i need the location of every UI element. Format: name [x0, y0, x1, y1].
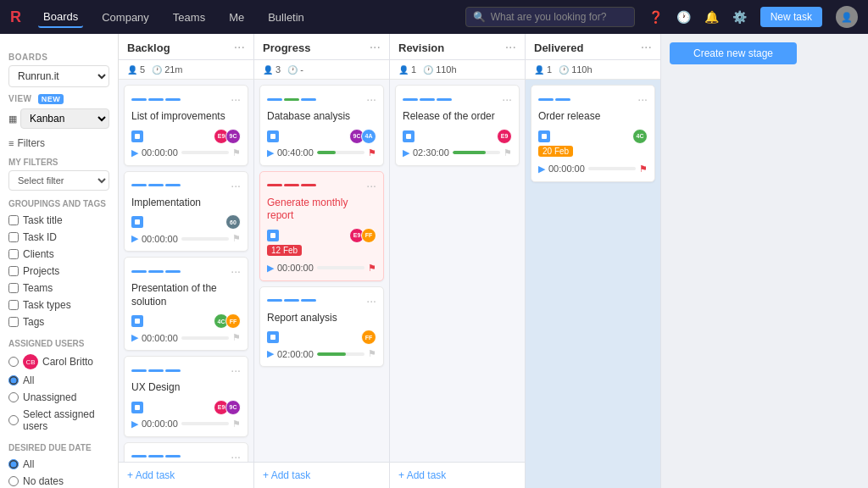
col-menu-delivered[interactable]: ···: [641, 41, 652, 54]
column-backlog: Backlog··· 👤5 🕐21m ··· List of improveme…: [119, 34, 254, 488]
card-menu[interactable]: ···: [231, 450, 241, 462]
card-timer-row: ▶ 00:40:00 ⚑: [267, 147, 376, 158]
play-button[interactable]: ▶: [267, 147, 274, 158]
card-c3[interactable]: ··· Presentation of the solution 4CFF ▶ …: [124, 257, 248, 351]
checkbox-tags[interactable]: Tags: [8, 313, 109, 330]
add-task-button-revision[interactable]: + Add task: [398, 469, 516, 481]
card-menu[interactable]: ···: [366, 294, 376, 308]
boards-label: BOARDS: [8, 53, 109, 62]
nav-me[interactable]: Me: [224, 8, 249, 27]
filter-select[interactable]: Select filter: [8, 170, 109, 191]
checkbox-task-id[interactable]: Task ID: [8, 229, 109, 246]
checkbox-task-title[interactable]: Task title: [8, 212, 109, 229]
play-button[interactable]: ▶: [131, 233, 138, 244]
svg-rect-1: [135, 219, 140, 225]
play-button[interactable]: ▶: [131, 147, 138, 158]
col-footer-revision: + Add task: [390, 462, 525, 488]
avatar: 60: [225, 214, 241, 230]
card-meta-row: 4C: [538, 129, 648, 144]
main-layout: BOARDS Runrun.it VIEW NEW ▦ Kanban ≡ Fil…: [0, 34, 868, 488]
clock-icon: 🕐: [559, 65, 569, 75]
board-area: Backlog··· 👤5 🕐21m ··· List of improveme…: [119, 34, 868, 488]
boards-select[interactable]: Runrun.it: [8, 65, 109, 87]
checkbox-clients[interactable]: Clients: [8, 246, 109, 263]
card-menu[interactable]: ···: [502, 92, 512, 106]
clock-icon: 🕐: [287, 65, 298, 75]
card-title: Presentation of the solution: [131, 282, 241, 308]
help-icon[interactable]: ❓: [648, 10, 663, 24]
play-button[interactable]: ▶: [267, 263, 274, 274]
nav-company[interactable]: Company: [97, 8, 154, 27]
card-timer-row: ▶ 02:00:00 ⚑: [267, 348, 376, 359]
card-menu[interactable]: ···: [231, 363, 241, 377]
nav-bulletin[interactable]: Bulletin: [263, 8, 309, 27]
card-menu[interactable]: ···: [231, 92, 241, 106]
play-button[interactable]: ▶: [131, 419, 138, 430]
checkbox-projects[interactable]: Projects: [8, 263, 109, 280]
card-avatars: E9: [497, 129, 512, 144]
task-count-icon: 👤: [263, 65, 273, 75]
add-task-button-backlog[interactable]: + Add task: [127, 469, 245, 481]
timer-text: 00:00:00: [142, 234, 178, 244]
card-menu[interactable]: ···: [366, 92, 376, 106]
checkbox-teams[interactable]: Teams: [8, 280, 109, 297]
card-menu[interactable]: ···: [231, 179, 241, 192]
card-meta-row: FF: [267, 330, 376, 345]
card-meta-row: 9C4A: [267, 129, 376, 144]
col-menu-backlog[interactable]: ···: [234, 41, 245, 54]
card-p3[interactable]: ··· Report analysis FF ▶ 02:00:00 ⚑: [259, 286, 384, 368]
card-menu[interactable]: ···: [366, 179, 376, 192]
card-r1[interactable]: ··· Release of the order E9 ▶ 02:30:00 ⚑: [395, 85, 520, 166]
card-c2[interactable]: ··· Implementation 60 ▶ 00:00:00 ⚑: [124, 171, 248, 252]
card-top-bar: ···: [267, 92, 376, 106]
col-count-revision: 👤1: [398, 64, 416, 75]
radio-no-dates[interactable]: No dates: [8, 473, 109, 488]
filters-row[interactable]: ≡ Filters: [8, 137, 109, 149]
new-task-button[interactable]: New task: [760, 7, 822, 27]
card-top-bar: ···: [131, 92, 241, 106]
card-top-bar: ···: [131, 363, 241, 377]
checkbox-task-types[interactable]: Task types: [8, 297, 109, 313]
nav-teams[interactable]: Teams: [168, 8, 210, 27]
sidebar: BOARDS Runrun.it VIEW NEW ▦ Kanban ≡ Fil…: [0, 34, 119, 488]
card-menu[interactable]: ···: [637, 92, 648, 106]
flag-icon: ⚑: [368, 263, 376, 274]
search-input[interactable]: [491, 11, 627, 23]
clock-icon: 🕐: [152, 65, 162, 75]
notification-icon[interactable]: 🔔: [704, 10, 719, 24]
card-c5[interactable]: ··· Presentation of the solution 4CFF ▶ …: [124, 442, 248, 462]
card-d1[interactable]: ··· Order release 4C 20 Feb ▶ 00:00:00 ⚑: [531, 85, 655, 182]
filters-label: Filters: [17, 137, 45, 149]
create-new-stage-button[interactable]: Create new stage: [670, 42, 797, 64]
view-label: VIEW NEW: [8, 94, 109, 103]
card-p1[interactable]: ··· Database analysis 9C4A ▶ 00:40:00 ⚑: [259, 85, 384, 166]
card-c1[interactable]: ··· List of improvements E99C ▶ 00:00:00…: [124, 85, 248, 166]
radio-all-users[interactable]: All: [8, 372, 109, 389]
card-p2[interactable]: ··· Generate monthly report E9FF 12 Feb …: [259, 171, 384, 281]
settings-icon[interactable]: ⚙️: [732, 10, 747, 24]
col-menu-progress[interactable]: ···: [370, 41, 381, 54]
radio-date-all[interactable]: All: [8, 456, 109, 473]
play-button[interactable]: ▶: [131, 332, 138, 343]
play-button[interactable]: ▶: [538, 164, 545, 175]
play-button[interactable]: ▶: [267, 348, 274, 359]
radio-carol[interactable]: CB Carol Britto: [8, 352, 109, 372]
card-timer-row: ▶ 00:00:00 ⚑: [131, 147, 241, 158]
search-bar[interactable]: 🔍: [465, 7, 635, 27]
nav-boards[interactable]: Boards: [38, 7, 83, 28]
play-button[interactable]: ▶: [403, 147, 409, 158]
add-task-button-progress[interactable]: + Add task: [263, 469, 381, 481]
radio-unassigned[interactable]: Unassigned: [8, 389, 109, 406]
card-bars: [403, 98, 452, 101]
card-c4[interactable]: ··· UX Design E99C ▶ 00:00:00 ⚑: [124, 356, 248, 437]
user-avatar[interactable]: 👤: [836, 6, 858, 28]
timer-text: 00:00:00: [142, 419, 178, 429]
avatar: FF: [361, 330, 376, 345]
radio-select-assigned[interactable]: Select assigned users: [8, 406, 109, 435]
card-menu[interactable]: ···: [231, 264, 241, 278]
col-menu-revision[interactable]: ···: [505, 41, 516, 54]
view-select[interactable]: Kanban: [20, 108, 109, 129]
card-timer-row: ▶ 00:00:00 ⚑: [267, 263, 376, 274]
card-avatars: 4CFF: [214, 313, 241, 329]
history-icon[interactable]: 🕐: [676, 10, 691, 24]
